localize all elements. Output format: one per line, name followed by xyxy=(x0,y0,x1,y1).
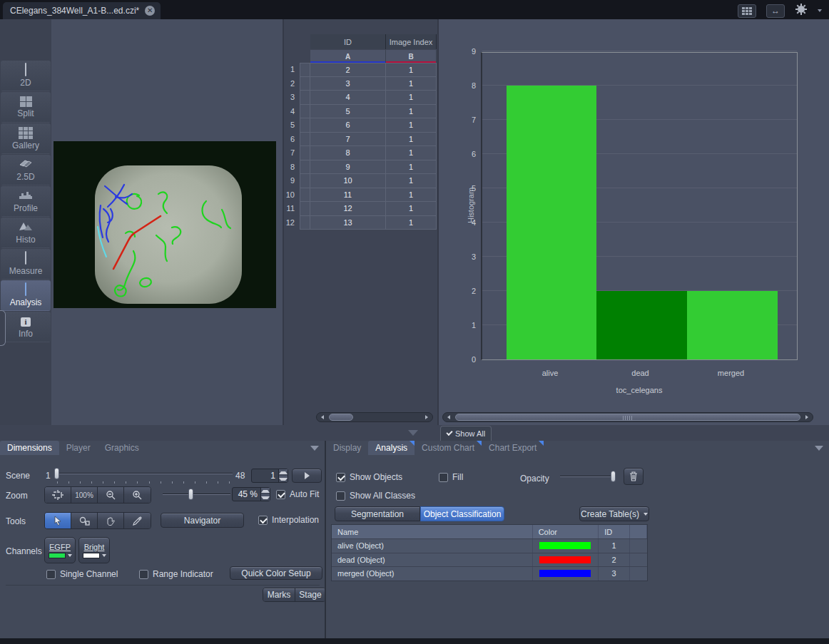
table-cell[interactable]: 2 xyxy=(310,63,386,77)
opacity-slider-handle[interactable] xyxy=(611,471,616,482)
zoom-out-icon[interactable] xyxy=(98,487,124,503)
image-viewer[interactable] xyxy=(51,19,283,425)
row-number[interactable]: 6 xyxy=(284,133,298,147)
table-row[interactable]: 31 xyxy=(300,77,437,91)
table-cell[interactable]: 1 xyxy=(386,118,437,133)
table-row[interactable]: 21 xyxy=(300,63,437,77)
table-row[interactable]: 101 xyxy=(300,174,437,188)
settings-gear-icon[interactable] xyxy=(795,3,808,19)
class-column-header-color[interactable]: Color xyxy=(533,525,599,538)
row-number[interactable]: 4 xyxy=(284,105,298,119)
sidebar-item-2d[interactable]: 2D xyxy=(1,61,51,91)
sidebar-item-2-5d[interactable]: 2.5D xyxy=(1,155,51,185)
tab-dimensions[interactable]: Dimensions xyxy=(0,441,59,455)
column-header-image-index[interactable]: Image Index xyxy=(386,34,437,49)
channel-button-bright[interactable]: Bright xyxy=(78,537,110,563)
fill-checkbox[interactable]: Fill xyxy=(439,472,463,482)
table-cell[interactable]: 4 xyxy=(310,91,386,105)
table-cell[interactable]: 1 xyxy=(386,160,437,175)
table-cell[interactable]: 1 xyxy=(386,188,437,203)
scene-slider-handle[interactable] xyxy=(54,468,59,479)
table-row[interactable]: 131 xyxy=(300,216,437,230)
zoom-slider-handle[interactable] xyxy=(188,489,193,500)
sidebar-item-analysis[interactable]: Analysis xyxy=(1,280,51,311)
row-number[interactable]: 8 xyxy=(284,160,298,175)
table-cell[interactable] xyxy=(300,174,310,188)
panel-menu-caret-icon[interactable] xyxy=(815,446,823,451)
table-cell[interactable]: 1 xyxy=(386,105,437,119)
sidebar-item-histo[interactable]: Histo xyxy=(1,218,51,248)
show-all-classes-checkbox[interactable]: Show All Classes xyxy=(336,491,415,501)
scene-value-input[interactable]: 1 xyxy=(251,469,288,483)
navigator-button[interactable]: Navigator xyxy=(161,513,244,528)
table-cell[interactable] xyxy=(300,188,310,203)
tab-player[interactable]: Player xyxy=(59,441,98,455)
sidebar-item-gallery[interactable]: Gallery xyxy=(1,123,51,154)
tab-custom-chart[interactable]: Custom Chart xyxy=(414,441,482,455)
zoom-increment-icon[interactable] xyxy=(261,488,270,494)
table-cell[interactable] xyxy=(300,146,310,160)
row-number[interactable]: 9 xyxy=(284,174,298,188)
table-cell[interactable] xyxy=(300,118,310,133)
color-picker-icon[interactable] xyxy=(124,513,151,528)
class-column-header-blank[interactable] xyxy=(630,525,647,538)
table-cell[interactable]: 9 xyxy=(310,160,386,175)
swap-panels-icon[interactable]: ↔ xyxy=(766,4,785,18)
table-row[interactable]: 51 xyxy=(300,105,437,119)
marks-button[interactable]: Marks xyxy=(263,588,295,601)
celegans-well-image[interactable] xyxy=(54,141,276,308)
class-row-dead[interactable]: dead (Object)2 xyxy=(332,553,647,567)
zoom-region-icon[interactable] xyxy=(71,513,98,528)
scroll-right-icon[interactable] xyxy=(421,413,432,421)
scroll-left-icon[interactable] xyxy=(317,413,328,421)
sidebar-item-measure[interactable]: Measure xyxy=(1,249,51,280)
table-cell[interactable] xyxy=(300,105,310,119)
scroll-left-icon[interactable] xyxy=(443,413,454,421)
table-cell[interactable]: 1 xyxy=(386,202,437,216)
table-scroll-thumb[interactable] xyxy=(329,414,353,421)
table-cell[interactable] xyxy=(300,133,310,147)
table-horizontal-scrollbar[interactable] xyxy=(316,412,433,422)
single-channel-checkbox[interactable]: Single Channel xyxy=(46,569,118,579)
table-cell[interactable]: 1 xyxy=(386,174,437,188)
table-cell[interactable]: 1 xyxy=(386,77,437,91)
channel-dropdown-caret-icon[interactable] xyxy=(68,554,72,557)
table-cell[interactable]: 3 xyxy=(310,77,386,91)
column-subheader[interactable]: B xyxy=(386,50,437,63)
table-cell[interactable]: 1 xyxy=(386,216,437,230)
row-number[interactable]: 3 xyxy=(284,91,298,105)
collapse-panel-icon[interactable] xyxy=(408,430,418,436)
object-classification-tab-button[interactable]: Object Classification xyxy=(420,506,504,521)
channel-dropdown-caret-icon[interactable] xyxy=(102,554,106,557)
zoom-100-button[interactable]: 100% xyxy=(71,487,98,503)
menu-caret-icon[interactable] xyxy=(818,9,822,12)
tab-display[interactable]: Display xyxy=(326,441,368,455)
pan-hand-icon[interactable] xyxy=(98,513,124,528)
table-row[interactable]: 71 xyxy=(300,133,437,147)
table-row[interactable]: 111 xyxy=(300,188,437,203)
create-tables-button[interactable]: Create Table(s) xyxy=(579,506,649,521)
cursor-icon[interactable] xyxy=(45,513,71,528)
zoom-fit-button[interactable] xyxy=(45,487,71,503)
channel-button-egfp[interactable]: EGFP xyxy=(44,537,76,563)
sidebar-item-info[interactable]: iInfo xyxy=(1,312,51,342)
tab-analysis[interactable]: Analysis xyxy=(368,441,414,455)
show-objects-checkbox[interactable]: Show Objects xyxy=(336,472,402,482)
table-cell[interactable]: 10 xyxy=(310,174,386,188)
interpolation-checkbox[interactable]: Interpolation xyxy=(258,515,319,525)
row-number[interactable]: 10 xyxy=(284,188,298,203)
chart-horizontal-scrollbar[interactable] xyxy=(442,412,813,422)
table-view-icon[interactable] xyxy=(738,4,756,18)
table-cell[interactable]: 11 xyxy=(310,188,386,203)
histogram-bar-merged[interactable] xyxy=(687,291,778,359)
table-row[interactable]: 81 xyxy=(300,146,437,160)
zoom-decrement-icon[interactable] xyxy=(261,494,270,501)
table-cell[interactable] xyxy=(300,91,310,105)
table-cell[interactable] xyxy=(300,160,310,175)
delete-objects-button[interactable] xyxy=(624,468,644,485)
row-number[interactable]: 2 xyxy=(284,77,298,91)
histogram-bar-dead[interactable] xyxy=(596,291,687,359)
play-button[interactable] xyxy=(292,469,322,483)
stage-button[interactable]: Stage xyxy=(295,588,325,601)
panel-menu-caret-icon[interactable] xyxy=(310,446,319,451)
